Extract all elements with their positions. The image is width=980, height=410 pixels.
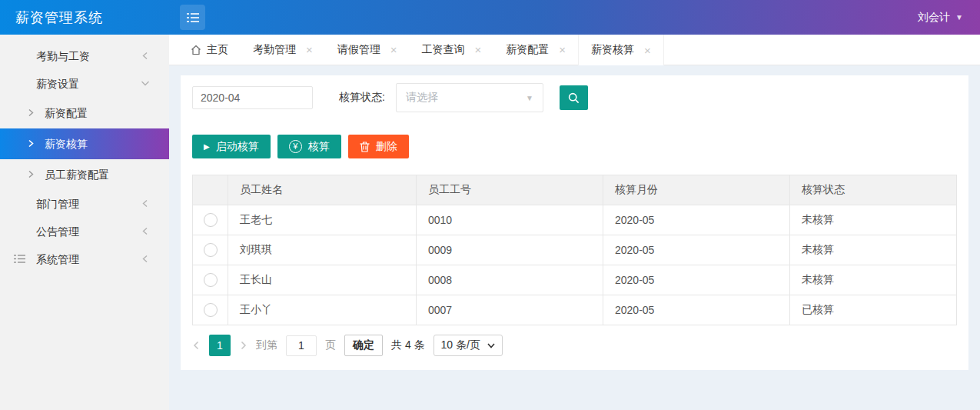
row-radio[interactable] [204,273,218,287]
close-icon[interactable]: × [306,43,313,56]
status-filter-label: 核算状态: [339,91,385,105]
cell-id: 0010 [417,205,603,235]
goto-suffix-label: 页 [325,338,336,352]
cell-name: 王长山 [228,265,417,295]
goto-prefix-label: 到第 [256,338,277,352]
chevron-right-icon [28,108,35,117]
content-area: 主页 考勤管理 × 请假管理 × 工资查询 × 薪资配置 × 薪资核算 × [169,35,980,410]
sidebar-subitem-label: 员工薪资配置 [45,168,109,181]
sidebar-item-label: 系统管理 [36,253,79,265]
sidebar-item-attendance-salary[interactable]: 考勤与工资 [0,42,169,70]
chevron-left-icon [141,255,150,263]
app-title: 薪资管理系统 [0,8,169,27]
tab-label: 请假管理 [337,43,380,57]
goto-page-input[interactable] [286,335,317,356]
column-header-month: 核算月份 [603,175,790,205]
chevron-down-icon [487,343,495,348]
tab-home[interactable]: 主页 [178,35,241,65]
home-icon [191,45,201,55]
column-header-id: 员工工号 [417,175,603,205]
tab-salary-query[interactable]: 工资查询 × [410,35,494,65]
chevron-left-icon [141,199,150,208]
content-card: 核算状态: 请选择 ▼ ▶ 启动核算 [181,75,968,370]
sidebar-item-label: 部门管理 [36,198,79,210]
cell-name: 刘琪琪 [228,235,417,265]
tab-label: 考勤管理 [253,43,296,57]
chevron-down-icon [141,79,150,88]
confirm-page-button[interactable]: 确定 [344,335,383,356]
cell-id: 0008 [417,265,603,295]
close-icon[interactable]: × [644,44,651,57]
cell-month: 2020-05 [603,235,790,265]
current-page-button[interactable]: 1 [209,335,231,356]
cell-name: 王老七 [228,205,417,235]
close-icon[interactable]: × [559,43,566,56]
sidebar-subitem-salary-accounting[interactable]: 薪资核算 [0,128,169,159]
button-label: 核算 [308,140,330,154]
delete-button[interactable]: 删除 [348,135,409,158]
status-select-value: 请选择 [406,91,438,105]
cell-status: 未核算 [790,265,957,295]
tab-attendance[interactable]: 考勤管理 × [241,35,325,65]
cell-id: 0009 [417,235,603,265]
table-row: 王老七 0010 2020-05 未核算 [193,205,957,235]
user-menu[interactable]: 刘会计 ▼ [918,11,980,25]
status-select[interactable]: 请选择 ▼ [396,83,543,112]
month-input[interactable] [192,86,313,109]
table-row: 王小丫 0007 2020-05 已核算 [193,295,957,325]
sidebar-toggle-button[interactable] [180,5,205,30]
close-icon[interactable]: × [475,43,482,56]
action-bar: ▶ 启动核算 ¥ 核算 删除 [192,135,957,158]
page-size-select[interactable]: 10 条/页 [434,335,503,356]
tab-bar: 主页 考勤管理 × 请假管理 × 工资查询 × 薪资配置 × 薪资核算 × [169,35,980,65]
table-row: 王长山 0008 2020-05 未核算 [193,265,957,295]
trash-icon [360,142,370,152]
tab-label: 薪资核算 [591,43,634,57]
cell-month: 2020-05 [603,265,790,295]
cell-month: 2020-05 [603,295,790,325]
page-size-value: 10 条/页 [441,338,480,352]
tab-label: 工资查询 [422,43,465,57]
table-row: 刘琪琪 0009 2020-05 未核算 [193,235,957,265]
cell-status: 已核算 [790,295,957,325]
sidebar-subitem-label: 薪资核算 [45,138,88,150]
prev-page-button[interactable] [192,341,201,350]
chevron-left-icon [141,227,150,235]
sidebar-item-announcement[interactable]: 公告管理 [0,218,169,245]
tab-salary-accounting[interactable]: 薪资核算 × [578,35,664,65]
search-button[interactable] [560,85,588,110]
start-accounting-button[interactable]: ▶ 启动核算 [192,135,271,158]
tab-salary-config[interactable]: 薪资配置 × [493,35,578,65]
chevron-right-icon [28,139,35,148]
tab-leave[interactable]: 请假管理 × [325,35,410,65]
row-radio[interactable] [204,243,218,257]
tab-label: 主页 [207,43,228,57]
caret-down-icon: ▼ [955,13,963,22]
main-panel: 核算状态: 请选择 ▼ ▶ 启动核算 [169,65,980,410]
row-radio[interactable] [204,213,218,227]
cell-id: 0007 [417,295,603,325]
close-icon[interactable]: × [390,43,397,56]
radio-column-header [193,175,228,205]
pagination-bar: 1 到第 页 确定 共 4 条 10 条/页 [192,335,957,356]
column-header-status: 核算状态 [790,175,957,205]
row-radio[interactable] [204,303,218,317]
sidebar-item-salary-settings[interactable]: 薪资设置 [0,70,169,98]
tab-label: 薪资配置 [506,43,549,57]
sidebar-item-label: 薪资设置 [36,78,79,90]
sidebar: 考勤与工资 薪资设置 薪资配置 薪资核算 [0,35,169,410]
sidebar-subitem-employee-salary-config[interactable]: 员工薪资配置 [0,159,169,190]
next-page-button[interactable] [239,341,247,350]
sidebar-subitem-salary-config[interactable]: 薪资配置 [0,98,169,128]
button-label: 启动核算 [216,140,259,154]
caret-down-icon: ▼ [526,94,533,102]
column-header-name: 员工姓名 [228,175,417,205]
sidebar-item-department[interactable]: 部门管理 [0,190,169,218]
accounting-button[interactable]: ¥ 核算 [277,135,341,158]
app-header: 薪资管理系统 刘会计 ▼ [0,0,980,35]
sidebar-item-system[interactable]: 系统管理 [0,245,169,273]
total-count-label: 共 4 条 [391,338,425,352]
sidebar-item-label: 公告管理 [36,225,79,238]
play-icon: ▶ [204,142,210,151]
cell-month: 2020-05 [603,205,790,235]
